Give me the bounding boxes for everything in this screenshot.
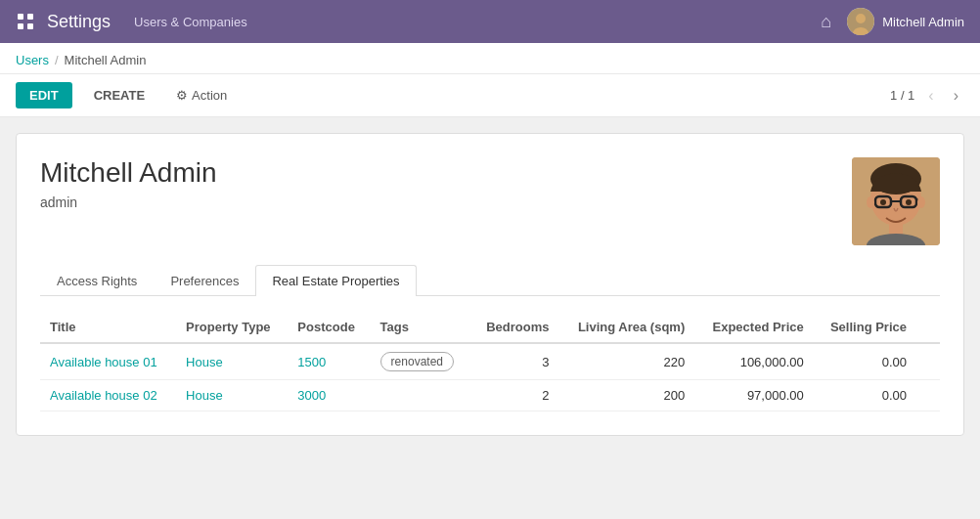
app-title: Settings	[47, 12, 111, 32]
svg-point-15	[880, 199, 886, 205]
cell-row-actions	[916, 343, 940, 380]
tab-access-rights[interactable]: Access Rights	[40, 265, 154, 296]
edit-button[interactable]: EDIT	[16, 82, 72, 108]
cell-expected-price: 106,000.00	[694, 343, 814, 380]
col-header-title: Title	[40, 312, 176, 343]
svg-point-17	[867, 196, 874, 208]
user-photo	[852, 157, 940, 245]
user-header: Mitchell Admin admin	[40, 157, 940, 245]
tag-badge: renovated	[380, 352, 454, 371]
tab-real-estate-properties[interactable]: Real Estate Properties	[255, 265, 416, 296]
cell-property-type[interactable]: House	[176, 380, 288, 411]
col-header-expected-price: Expected Price	[694, 312, 814, 343]
cell-selling-price: 0.00	[814, 343, 916, 380]
gear-icon: ⚙	[176, 88, 188, 103]
prev-page-button[interactable]: ‹	[922, 85, 939, 107]
cell-living-area: 220	[558, 343, 694, 380]
svg-rect-1	[27, 14, 33, 20]
action-button[interactable]: ⚙ Action	[166, 82, 237, 108]
breadcrumb-parent[interactable]: Users	[16, 53, 49, 67]
record-card: Mitchell Admin admin	[16, 133, 964, 436]
cell-title[interactable]: Available house 02	[40, 380, 176, 411]
svg-rect-2	[18, 23, 23, 29]
cell-bedrooms: 3	[470, 343, 558, 380]
grid-menu-icon[interactable]	[16, 12, 35, 31]
actionbar: EDIT CREATE ⚙ Action 1 / 1 ‹ ›	[0, 74, 980, 117]
cell-property-type[interactable]: House	[176, 343, 288, 380]
col-header-tags: Tags	[371, 312, 470, 343]
home-icon[interactable]: ⌂	[821, 12, 831, 32]
col-header-selling-price: Selling Price	[814, 312, 916, 343]
cell-row-actions	[916, 380, 940, 411]
col-header-living-area: Living Area (sqm)	[558, 312, 694, 343]
cell-postcode[interactable]: 3000	[288, 380, 370, 411]
topbar-right: ⌂ Mitchell Admin	[821, 8, 964, 35]
pagination-count: 1 / 1	[890, 88, 914, 103]
pagination: 1 / 1 ‹ ›	[890, 85, 964, 107]
table-row: Available house 01 House 1500 renovated …	[40, 343, 940, 380]
user-menu[interactable]: Mitchell Admin	[847, 8, 964, 35]
topbar-nav-users-companies[interactable]: Users & Companies	[134, 15, 247, 29]
col-header-actions	[916, 312, 940, 343]
next-page-button[interactable]: ›	[948, 85, 964, 107]
breadcrumb-separator: /	[55, 53, 59, 67]
svg-point-5	[856, 14, 866, 23]
cell-expected-price: 97,000.00	[694, 380, 814, 411]
table-row: Available house 02 House 3000 2 200 97,0…	[40, 380, 940, 411]
cell-tags	[371, 380, 470, 411]
col-header-bedrooms: Bedrooms	[470, 312, 558, 343]
svg-point-16	[906, 199, 912, 205]
breadcrumb: Users / Mitchell Admin	[0, 43, 980, 74]
cell-bedrooms: 2	[470, 380, 558, 411]
topbar: Settings Users & Companies ⌂ Mitchell Ad…	[0, 0, 980, 43]
properties-table: Title Property Type Postcode Tags Bedroo…	[40, 312, 940, 411]
cell-living-area: 200	[558, 380, 694, 411]
avatar	[847, 8, 874, 35]
svg-rect-0	[18, 14, 23, 20]
user-name: Mitchell Admin	[40, 157, 217, 189]
cell-tags: renovated	[371, 343, 470, 380]
user-info: Mitchell Admin admin	[40, 157, 217, 210]
breadcrumb-current: Mitchell Admin	[65, 53, 147, 67]
tabs: Access Rights Preferences Real Estate Pr…	[40, 265, 940, 296]
svg-rect-3	[27, 23, 33, 29]
table-header-row: Title Property Type Postcode Tags Bedroo…	[40, 312, 940, 343]
topbar-username: Mitchell Admin	[882, 15, 964, 29]
user-login: admin	[40, 195, 217, 210]
col-header-property-type: Property Type	[176, 312, 288, 343]
col-header-postcode: Postcode	[288, 312, 370, 343]
svg-point-18	[917, 196, 925, 208]
cell-postcode[interactable]: 1500	[288, 343, 370, 380]
main-content: Mitchell Admin admin	[0, 117, 980, 452]
create-button[interactable]: CREATE	[80, 82, 158, 108]
tab-preferences[interactable]: Preferences	[154, 265, 255, 296]
cell-title[interactable]: Available house 01	[40, 343, 176, 380]
cell-selling-price: 0.00	[814, 380, 916, 411]
